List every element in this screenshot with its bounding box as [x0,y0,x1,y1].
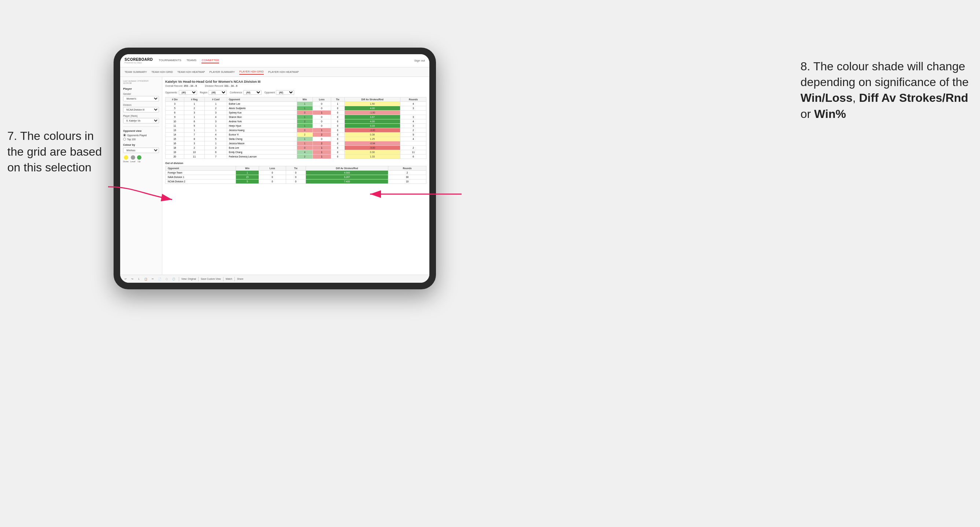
cell-loss: 1 [312,154,331,159]
ood-col-opponent: Opponent [165,166,236,171]
toolbar-circle[interactable]: ◌ [164,277,169,281]
cell-opponent: Jessica Mason [227,141,297,146]
cell-rounds [401,141,426,146]
toolbar: ↩ ↪ ⤹ 📋 ✂ 📄 ◌ 🕐 View: Original Save Cust… [120,275,430,283]
cell-diff: -0.94 [344,141,401,146]
table-row: 5 2 2 Alexis Sudjianto 1 0 0 4.00 3 [165,106,426,111]
cell-loss: 1 [312,111,331,115]
cell-diff: 0.38 [344,133,401,137]
sub-nav-team-h2h-grid[interactable]: TEAM H2H GRID [151,70,173,75]
cell-tie: 0 [331,115,344,119]
cell-win: 2 [297,154,312,159]
toolbar-paste[interactable]: 📄 [157,277,163,281]
sidebar-division-select[interactable]: NCAA Division III [123,107,159,113]
nav-item-teams[interactable]: TEAMS [186,58,197,63]
cell-div: 9 [165,115,184,119]
cell-diff: 4.00 [344,106,401,111]
cell-tie: 0 [331,133,344,137]
cell-tie: 0 [331,141,344,146]
toolbar-save-custom[interactable]: Save Custom View [201,278,221,280]
ood-cell-rounds: 30 [388,175,426,179]
toolbar-watch[interactable]: Watch [226,278,232,280]
cell-tie: 0 [331,119,344,124]
table-row: 6 3 3 Sydney Kuo 0 1 0 -1.00 [165,111,426,115]
cell-conf: 4 [204,133,227,137]
cell-conf: 1 [204,124,227,128]
cell-conf: 1 [204,141,227,146]
cell-reg: 5 [184,124,204,128]
cell-win: 1 [297,124,312,128]
legend-dot-down [124,155,128,160]
toolbar-refresh[interactable]: ⤹ [136,277,142,281]
cell-div: 11 [165,124,184,128]
cell-tie: 0 [331,146,344,150]
cell-conf: 1 [204,128,227,133]
sub-nav-player-h2h-grid[interactable]: PLAYER H2H GRID [239,69,264,75]
sidebar-gender-label: Gender [123,93,159,95]
toolbar-redo[interactable]: ↪ [130,277,135,281]
sub-nav-team-summary[interactable]: TEAM SUMMARY [124,70,147,75]
cell-opponent: Sharon Mun [227,115,297,119]
cell-reg: 10 [184,150,204,154]
cell-reg: 11 [184,154,204,159]
toolbar-undo[interactable]: ↩ [123,277,128,281]
opponent-view-title: Opponent view [123,130,159,132]
cell-rounds: 4 [401,102,426,106]
cell-div: 14 [165,133,184,137]
cell-opponent: Alexis Sudjianto [227,106,297,111]
ood-cell-name: NAIA Division 1 [165,175,236,179]
cell-diff: 1.25 [344,137,401,141]
radio-group: Opponents Played Top 100 [123,134,159,141]
ood-table-row: NAIA Division 1 15 0 0 9.267 30 [165,175,426,179]
toolbar-divider-2 [198,277,199,281]
filter-opponent-select[interactable]: (All) [276,90,294,95]
toolbar-copy[interactable]: 📋 [143,277,149,281]
toolbar-clock[interactable]: 🕐 [171,277,177,281]
cell-tie: 0 [331,137,344,141]
sidebar-gender-select[interactable]: Women's [123,96,159,102]
toolbar-cut[interactable]: ✂ [150,277,155,281]
cell-div: 13 [165,128,184,133]
ood-col-rounds: Rounds [388,166,426,171]
colour-by-select[interactable]: Win/loss [123,148,159,153]
cell-win: 2 [297,119,312,124]
toolbar-share[interactable]: Share [237,278,243,280]
sub-nav-team-h2h-heatmap[interactable]: TEAM H2H HEATMAP [177,70,205,75]
sub-nav-player-summary[interactable]: PLAYER SUMMARY [210,70,235,75]
cell-loss: 0 [312,106,331,111]
table-row: 10 6 3 Andrea York 2 0 0 4.00 4 [165,119,426,124]
col-header-reg: # Reg [184,97,204,102]
cell-div: 19 [165,150,184,154]
cell-opponent: Esther Lee [227,102,297,106]
radio-opponents-played[interactable]: Opponents Played [123,134,159,137]
out-of-division-table: Opponent Win Loss Tie Diff Av Strokes/Rn… [165,166,426,184]
cell-div: 16 [165,141,184,146]
table-row: 16 3 1 Jessica Mason 1 2 0 -0.94 [165,141,426,146]
toolbar-view-original[interactable]: View: Original [181,278,196,280]
cell-conf: 3 [204,119,227,124]
cell-opponent: Euna Lee [227,146,297,150]
filter-conference-select[interactable]: (All) [243,90,262,95]
tablet-screen: SCOREBOARD Powered by clippi TOURNAMENTS… [120,54,430,283]
ood-cell-loss: 0 [259,179,286,184]
cell-diff: -1.00 [344,111,401,115]
filter-opponent: Opponent (All) [264,90,294,95]
sidebar-player-rank-select[interactable]: 8. Katelyn Vo [123,118,159,124]
table-row: 9 1 4 Sharon Mun 1 0 0 3.67 3 [165,115,426,119]
filter-opponents-select[interactable]: (All) [179,90,197,95]
table-row: 19 10 6 Emily Chang 4 1 0 0.30 11 [165,150,426,154]
annotation-right: 8. The colour shade will change dependin… [800,59,969,122]
nav-sign-out[interactable]: Sign out [414,59,425,62]
ood-cell-name: Foreign Team [165,171,236,175]
cell-reg: 6 [184,119,204,124]
sub-nav-player-h2h-heatmap[interactable]: PLAYER H2H HEATMAP [268,70,299,75]
cell-rounds: 11 [401,150,426,154]
cell-win: 1 [297,141,312,146]
ood-cell-rounds: 2 [388,171,426,175]
filter-region-select[interactable]: (All) [208,90,227,95]
col-header-diff: Diff Av Strokes/Rnd [344,97,401,102]
radio-top100[interactable]: Top 100 [123,138,159,141]
cell-loss: 0 [312,115,331,119]
nav-item-committee[interactable]: COMMITTEE [202,58,219,63]
nav-item-tournaments[interactable]: TOURNAMENTS [159,58,181,63]
